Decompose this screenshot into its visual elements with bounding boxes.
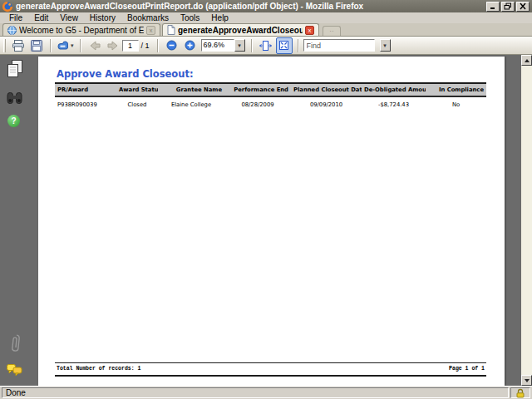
toolbar-separator [80,39,81,52]
close-button[interactable] [516,2,530,12]
table-cell: P938R090039 [55,96,116,110]
page-number-input[interactable] [122,40,139,52]
column-header: De-Obligated Amount [362,83,426,96]
toolbar-grippy [3,39,6,52]
status-text: Done [6,388,26,397]
new-tab-button[interactable]: ·· [323,26,341,36]
ssl-padlock-icon[interactable] [510,387,530,398]
menu-tools[interactable]: Tools [175,12,205,23]
menu-edit[interactable]: Edit [28,12,54,23]
next-page-button[interactable] [105,37,121,54]
status-message-panel: Done [2,387,509,398]
menu-bar: File Edit View History Bookmarks Tools H… [0,12,532,23]
tab-pdf-report[interactable]: generateApproveAwardCloseout... x [162,23,319,36]
table-cell: Closed [116,96,158,110]
firefox-logo-icon [2,2,12,12]
page-count-label: Page 1 of 1 [449,366,485,372]
tab-label: generateApproveAwardCloseout... [178,26,303,35]
column-header: Grantee Name [158,83,224,96]
help-icon[interactable]: ? [7,115,20,127]
binoculars-icon[interactable] [7,91,22,106]
pdf-content-area: ? Approve Award Closeout: [0,55,532,386]
find-input[interactable] [303,39,375,52]
table-cell: -$8,724.43 [362,96,426,110]
menu-help[interactable]: Help [205,12,234,23]
pages-panel-icon[interactable] [7,60,23,80]
zoom-out-button[interactable] [164,37,180,54]
attachments-paperclip-icon[interactable] [8,332,22,356]
zoom-level-value: 69.6% [201,39,234,52]
menu-file[interactable]: File [3,12,28,23]
toolbar-separator [251,39,253,52]
menu-view[interactable]: View [54,12,84,23]
tab-label: Welcome to G5 - Department of Educat... [19,26,144,35]
table-cell: 08/28/2009 [224,96,291,110]
previous-page-button[interactable] [86,37,103,54]
status-bar: Done [0,386,532,399]
document-icon [167,25,175,35]
column-header: PR/Award [55,83,116,96]
zoom-level-combo[interactable]: 69.6% ▾ [201,39,245,52]
chevron-down-icon: ▾ [71,42,74,49]
table-cell: Elaine College [158,96,224,110]
page-total-label: / 1 [141,42,150,50]
menu-history[interactable]: History [84,12,121,23]
save-button[interactable] [28,37,45,54]
zoom-in-button[interactable] [182,37,199,54]
menu-bookmarks[interactable]: Bookmarks [121,12,175,23]
fit-page-button[interactable] [276,37,293,54]
tab-close-icon[interactable]: x [305,26,314,35]
tab-bar: Welcome to G5 - Department of Educat... … [0,23,532,37]
column-header: Planned Closeout Date [291,83,362,96]
print-button[interactable] [10,37,27,54]
scroll-down-button[interactable] [521,375,532,386]
firefox-window: generateApproveAwardCloseoutPrintReport.… [0,0,532,399]
toolbar-separator [50,39,52,52]
table-cell: No [426,96,486,110]
toolbar-separator [298,39,299,52]
find-dropdown-button[interactable]: ▾ [380,39,391,52]
table-header-row: PR/Award Award Status Grantee Name Perfo… [55,83,486,96]
chevron-down-icon[interactable]: ▾ [234,39,245,52]
scroll-up-button[interactable] [521,55,532,66]
minimize-button[interactable] [486,2,500,12]
tab-welcome-g5[interactable]: Welcome to G5 - Department of Educat... … [2,23,160,36]
window-title: generateApproveAwardCloseoutPrintReport.… [16,2,485,11]
globe-icon [7,26,17,35]
fit-width-button[interactable] [258,37,274,54]
report-title: Approve Award Closeout: [57,68,194,80]
restore-button[interactable] [501,2,515,12]
column-header: In Compliance [426,83,486,96]
pdf-toolbar: ▾ / 1 [0,37,532,55]
table-cell: 09/09/2010 [291,96,362,110]
comments-icon[interactable] [7,364,22,378]
column-header: Award Status [116,83,158,96]
title-bar: generateApproveAwardCloseoutPrintReport.… [0,0,532,12]
tab-close-icon[interactable]: x [146,26,155,35]
toolbar-separator [157,39,159,52]
table-row: P938R090039 Closed Elaine College 08/28/… [55,96,486,110]
select-tool-dropdown[interactable]: ▾ [57,37,75,54]
results-table: PR/Award Award Status Grantee Name Perfo… [55,82,486,110]
report-footer: Total Number of records: 1 Page 1 of 1 [55,362,486,377]
vertical-scrollbar[interactable] [521,55,532,386]
column-header: Performance End [224,83,291,96]
total-records-label: Total Number of records: 1 [57,366,140,372]
pdf-page: Approve Award Closeout: PR/Award Award S… [38,57,505,386]
